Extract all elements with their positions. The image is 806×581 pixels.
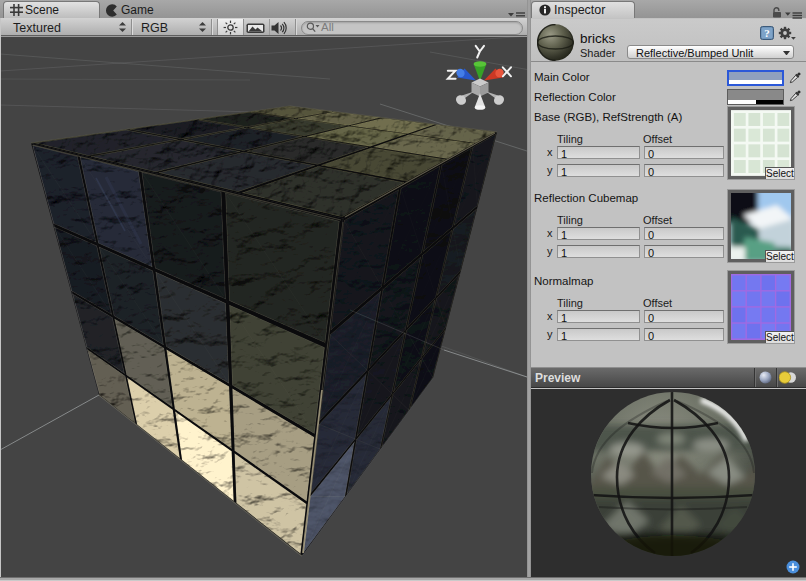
svg-text:?: ? [764, 27, 770, 39]
